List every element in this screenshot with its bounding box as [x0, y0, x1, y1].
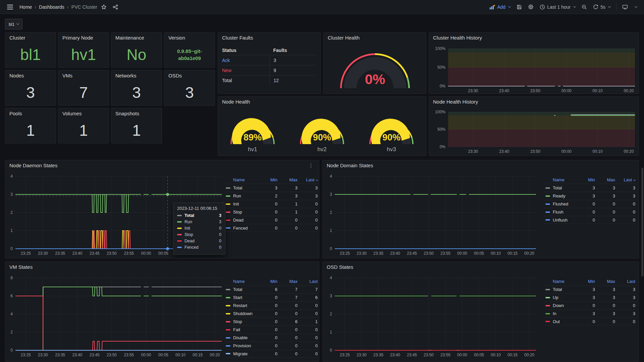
legend-min: 3 [575, 185, 595, 190]
legend-series-name[interactable]: Dead [233, 218, 257, 223]
legend-row-provision[interactable]: Provision000 [225, 342, 318, 350]
legend-row-flushed[interactable]: Flushed000 [545, 200, 635, 208]
legend-series-name[interactable]: Down [553, 303, 575, 308]
node-health-history-chart[interactable]: 23:3023:4023:5000:0000:1000:200%50%100% [429, 97, 639, 156]
legend-row-total[interactable]: Total333 [545, 285, 635, 293]
legend-row-dead[interactable]: Dead000 [225, 216, 318, 224]
breadcrumb-current: PVC Cluster [71, 4, 97, 10]
panel-title: Cluster Health History [433, 35, 482, 41]
cluster-health-history-chart[interactable]: 23:3023:4023:5000:0000:1000:200%50%100% [429, 33, 639, 94]
legend-series-name[interactable]: Stop [233, 209, 257, 215]
legend-row-disable[interactable]: Disable000 [225, 334, 318, 342]
svg-text:hv2: hv2 [317, 146, 326, 153]
kiosk-mode-button[interactable] [620, 2, 630, 12]
legend-series-name[interactable]: Init [233, 201, 257, 206]
legend-row-ready[interactable]: Ready333 [545, 192, 635, 200]
legend-row-restart[interactable]: Restart000 [225, 301, 318, 309]
legend-series-name[interactable]: Disable [233, 335, 257, 340]
menu-toggle-button[interactable] [5, 3, 15, 11]
legend-series-name[interactable]: Shutdown [233, 311, 257, 316]
svg-text:23:55: 23:55 [440, 353, 450, 357]
legend-series-name[interactable]: Ready [553, 193, 575, 198]
legend-series-name[interactable]: Fenced [233, 226, 257, 231]
scrollbar[interactable] [641, 168, 643, 277]
legend-header[interactable]: NameMinMaxLast [225, 277, 318, 285]
legend-series-name[interactable]: Unflush [553, 218, 575, 223]
legend-series-name[interactable]: Up [553, 295, 575, 300]
legend-last: 7 [298, 287, 318, 292]
legend-row-total[interactable]: Total333 [545, 184, 635, 192]
legend-row-flush[interactable]: Flush000 [545, 208, 635, 216]
panel-title: Volumes [62, 111, 82, 116]
legend-header[interactable]: NameMinMaxLast [545, 176, 635, 184]
save-dashboard-button[interactable] [514, 2, 524, 12]
panel-title: Networks [115, 73, 137, 78]
legend-series-name[interactable]: Total [553, 287, 575, 292]
legend-series-name[interactable]: Total [233, 287, 257, 292]
legend-row-init[interactable]: Init010 [225, 200, 318, 208]
legend-header[interactable]: NameMinMaxLast [545, 277, 635, 285]
breadcrumb-home[interactable]: Home [19, 4, 32, 10]
svg-text:100%: 100% [435, 46, 445, 51]
legend-series-name[interactable]: Flush [553, 209, 575, 215]
toolbar-overflow-button[interactable] [632, 4, 639, 10]
legend-row-migrate[interactable]: Migrate000 [225, 350, 318, 358]
clock-icon [540, 4, 545, 10]
legend-row-out[interactable]: Out000 [545, 317, 635, 325]
legend-series-name[interactable]: In [553, 311, 575, 316]
legend-series-name[interactable]: Stop [233, 319, 257, 324]
legend-series-name[interactable]: Run [233, 193, 257, 198]
share-button[interactable] [110, 2, 120, 12]
legend-row-down[interactable]: Down000 [545, 301, 635, 309]
legend-row-total[interactable]: Total333 [225, 184, 318, 192]
breadcrumb-dashboards[interactable]: Dashboards [39, 4, 64, 10]
legend-max: 3 [595, 185, 615, 190]
time-range-picker[interactable]: Last 1 hour [537, 2, 578, 12]
legend-row-stop[interactable]: Stop010 [225, 208, 318, 216]
legend-min: 0 [257, 319, 277, 324]
legend-series-name[interactable]: Total [233, 185, 257, 190]
legend-row-start[interactable]: Start076 [225, 293, 318, 301]
favorite-button[interactable] [99, 2, 109, 12]
add-button[interactable]: Add [487, 2, 513, 12]
legend-row-run[interactable]: Run233 [225, 192, 318, 200]
svg-text:23:35: 23:35 [55, 251, 65, 256]
stat-panel-vms: VMs 7 [58, 70, 109, 106]
zoom-out-button[interactable] [579, 2, 589, 12]
legend-series-name[interactable]: Out [553, 319, 575, 324]
legend-series-name[interactable]: Fail [233, 327, 257, 332]
legend-series-name[interactable]: Total [553, 185, 575, 190]
legend-max: 0 [277, 226, 298, 231]
legend-row-stop[interactable]: Stop061 [225, 317, 318, 325]
legend-last: 0 [615, 218, 635, 223]
dashboard-settings-button[interactable] [526, 2, 536, 12]
svg-text:hv3: hv3 [387, 146, 396, 153]
legend-row-in[interactable]: In333 [545, 309, 635, 317]
variable-picker[interactable]: bl1 [5, 19, 22, 29]
legend-min: 0 [575, 209, 595, 215]
legend-header[interactable]: NameMinMaxLast [225, 176, 318, 184]
legend-row-unflush[interactable]: Unflush000 [545, 216, 635, 224]
legend-series-name[interactable]: Restart [233, 303, 257, 308]
legend-series-name[interactable]: Start [233, 295, 257, 300]
panel-menu-icon[interactable]: ⋮ [307, 163, 315, 168]
tooltip-row-dead: Dead0 [177, 239, 221, 243]
legend-row-fail[interactable]: Fail000 [225, 325, 318, 334]
series-color-chip [226, 313, 230, 314]
faults-status-ack[interactable]: Ack [222, 55, 269, 65]
refresh-button[interactable]: 5s [591, 2, 613, 12]
legend-row-fenced[interactable]: Fenced000 [225, 224, 318, 232]
legend-last: 0 [615, 319, 635, 324]
legend-series-name[interactable]: Flushed [553, 201, 575, 206]
legend-row-shutdown[interactable]: Shutdown000 [225, 309, 318, 317]
breadcrumb-separator: › [35, 4, 36, 10]
svg-text:00:10: 00:10 [175, 353, 185, 357]
legend-row-total[interactable]: Total677 [225, 285, 318, 293]
svg-text:4: 4 [330, 276, 332, 280]
legend-series-name[interactable]: Provision [233, 343, 257, 348]
sort-caret-icon [316, 178, 318, 181]
legend-series-name[interactable]: Migrate [233, 351, 257, 356]
faults-status-new[interactable]: New [222, 65, 269, 75]
legend-row-up[interactable]: Up333 [545, 293, 635, 301]
tooltip-row-stop: Stop0 [177, 232, 221, 237]
